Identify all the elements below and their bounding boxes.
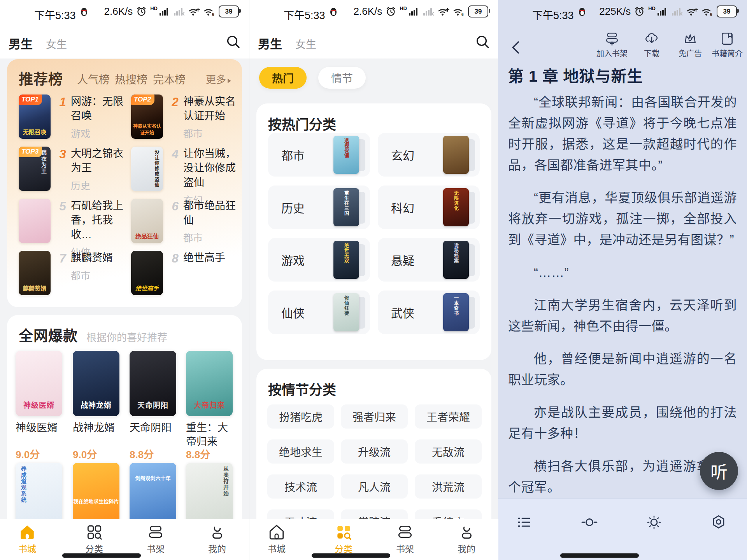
category-cell-urban[interactable]: 都市 透视保镖: [268, 133, 370, 177]
hot-book-cover[interactable]: 我在绝地求生捡碎片: [73, 463, 119, 528]
category-cell-xianxia[interactable]: 仙侠 修仙狂徒: [268, 290, 370, 334]
rank-book-item[interactable]: 没让你修成盗仙 4 让你当贼，没让你修成盗仙玄幻: [131, 147, 242, 194]
plot-tag[interactable]: 绝地求生: [267, 439, 334, 464]
rank-book-item[interactable]: 5 石矶给我上香，托我收…仙侠: [19, 199, 130, 246]
plot-tag[interactable]: 洪荒流: [415, 474, 482, 499]
toc-button[interactable]: [516, 514, 533, 531]
tab-male[interactable]: 男生: [258, 34, 282, 52]
brightness-button[interactable]: [645, 514, 663, 531]
settings-button[interactable]: [710, 514, 727, 531]
plot-tag[interactable]: 扮猪吃虎: [267, 404, 334, 429]
rank-book-item[interactable]: TOP3锦衣为王 3 大明之锦衣为王历史: [19, 147, 130, 194]
book-title: 让你当贼，没让你修成盗仙: [183, 147, 242, 190]
nav-item-bookstore[interactable]: 书城: [254, 523, 299, 555]
nav-item-bookshelf[interactable]: 书架: [133, 523, 178, 555]
rank-number: 8: [168, 252, 182, 266]
rank-book-item[interactable]: 绝品狂仙 6 都市绝品狂仙都市: [131, 199, 242, 246]
rank-number: 3: [56, 147, 69, 161]
qq-penguin-icon: [81, 8, 87, 16]
hot-book-cover[interactable]: 养成道观系统: [16, 463, 62, 528]
hot-book-title[interactable]: 天命阴阳: [130, 421, 181, 435]
home-indicator[interactable]: [312, 553, 390, 558]
no-ads-crown-icon: [683, 31, 698, 46]
hot-category-card: 按热门分类 都市 透视保镖 玄幻 历史 重生在三国 科幻 无限进化 游戏 绝世无…: [256, 103, 491, 360]
progress-button[interactable]: [581, 514, 598, 531]
home-indicator[interactable]: [560, 553, 639, 558]
listen-button[interactable]: 听: [700, 452, 738, 490]
search-icon[interactable]: [474, 33, 491, 51]
hot-book-title[interactable]: 战神龙婿: [73, 421, 124, 435]
plot-tag[interactable]: 无敌流: [415, 439, 482, 464]
category-cell-wuxia[interactable]: 武侠 一本奇书: [378, 290, 480, 334]
status-time: 下午5:33: [284, 7, 325, 22]
progress-slider-icon: [581, 514, 598, 531]
book-cover: TOP1无限召唤: [19, 94, 51, 139]
alarm-clock-icon: [634, 6, 645, 17]
category-cell-game[interactable]: 游戏 绝世无双: [268, 238, 370, 282]
hot-book-cover[interactable]: 神级医婿: [16, 351, 62, 416]
download-button[interactable]: 下载: [630, 31, 673, 59]
category-cell-history[interactable]: 历史 重生在三国: [268, 186, 370, 229]
status-bar: 下午5:33 225K/s HD 6 39: [498, 5, 747, 21]
filter-pill-hot[interactable]: 热门: [259, 67, 307, 89]
signal-bars-icon: [657, 7, 668, 17]
paragraph: “……”: [508, 262, 737, 283]
rank-number: 6: [168, 200, 182, 214]
rank-tab-popularity[interactable]: 人气榜: [77, 71, 110, 87]
home-icon: [18, 523, 36, 541]
tab-female[interactable]: 女生: [46, 36, 67, 51]
nav-item-bookstore[interactable]: 书城: [5, 523, 50, 555]
nav-item-mine[interactable]: 我的: [195, 523, 240, 555]
hot-book-title[interactable]: 神级医婿: [16, 421, 67, 435]
nav-item-category[interactable]: 分类: [72, 523, 117, 555]
plot-tag[interactable]: 王者荣耀: [415, 404, 482, 429]
svg-text:6: 6: [710, 12, 712, 17]
alarm-clock-icon: [386, 6, 396, 17]
hot-book-title[interactable]: 重生：大帝归来: [186, 421, 237, 449]
bookshelf-icon: [147, 523, 165, 541]
hot-book-cover[interactable]: 大帝归来: [186, 351, 233, 416]
recommend-rank-card: 推荐榜 人气榜 热搜榜 完本榜 更多 TOP1无限召唤 1 网游：无限召唤游戏 …: [7, 59, 242, 307]
nav-item-category[interactable]: 分类: [321, 523, 366, 555]
book-intro-button[interactable]: 书籍简介: [706, 31, 747, 59]
rank-book-item[interactable]: 绝世高手 8 绝世高手: [131, 251, 242, 298]
rank-book-item[interactable]: TOP2神豪从实名认证开始 2 神豪从实名认证开始都市: [131, 94, 242, 142]
book-title: 大明之锦衣为王: [71, 147, 130, 175]
rank-book-item[interactable]: TOP1无限召唤 1 网游：无限召唤游戏: [19, 94, 130, 142]
nav-item-mine[interactable]: 我的: [444, 523, 489, 555]
rank-book-item[interactable]: 麒麟赘婿 7 麒麟赘婿都市: [19, 251, 130, 298]
category-cell-scifi[interactable]: 科幻 无限进化: [378, 186, 480, 229]
paragraph: “全球联邦新闻：由各国联合开发的全新虚拟网游《寻道》将于今晚七点准时开服，据悉，…: [508, 92, 737, 176]
alarm-clock-icon: [136, 6, 147, 17]
store-home-screen: 下午5:33 2.6K/s HD 6 39 男生 女生 推荐榜 人气榜 热搜榜 …: [0, 0, 249, 560]
paragraph: 他，曾经便是新闻中逍遥游的一名职业玩家。: [508, 348, 737, 390]
nav-item-bookshelf[interactable]: 书架: [382, 523, 428, 555]
category-cell-fantasy[interactable]: 玄幻: [378, 133, 480, 177]
plot-tag[interactable]: 凡人流: [341, 474, 408, 499]
tab-female[interactable]: 女生: [295, 36, 316, 51]
plot-tag[interactable]: 技术流: [267, 474, 334, 499]
rank-tab-hot-search[interactable]: 热搜榜: [115, 71, 147, 87]
rank-more-link[interactable]: 更多: [206, 72, 231, 86]
status-time: 下午5:33: [532, 7, 574, 22]
chevron-right-icon: [228, 79, 231, 83]
book-genre: 都市: [183, 230, 242, 244]
home-indicator[interactable]: [62, 553, 141, 558]
add-to-shelf-button[interactable]: 加入书架: [591, 31, 633, 59]
rank-tab-completed[interactable]: 完本榜: [153, 71, 186, 87]
book-title: 神豪从实名认证开始: [183, 94, 242, 123]
tab-male[interactable]: 男生: [9, 34, 33, 52]
category-cell-mystery[interactable]: 悬疑 诡秘档案: [378, 238, 480, 282]
hot-book-cover[interactable]: 天命阴阳: [130, 351, 176, 416]
hot-book-cover[interactable]: 从卖符开始: [186, 463, 233, 528]
hot-book-cover[interactable]: 剑阁观剑六十年: [130, 463, 176, 528]
filter-pill-plot[interactable]: 情节: [318, 67, 366, 89]
person-icon: [208, 523, 226, 541]
chapter-title: 第 1 章 地狱与新生: [508, 64, 643, 86]
no-ads-button[interactable]: 免广告: [669, 31, 712, 59]
plot-tag[interactable]: 升级流: [341, 439, 408, 464]
search-icon[interactable]: [225, 33, 242, 51]
plot-tag[interactable]: 强者归来: [341, 404, 408, 429]
hot-book-cover[interactable]: 战神龙婿: [73, 351, 119, 416]
back-button[interactable]: [508, 39, 524, 58]
